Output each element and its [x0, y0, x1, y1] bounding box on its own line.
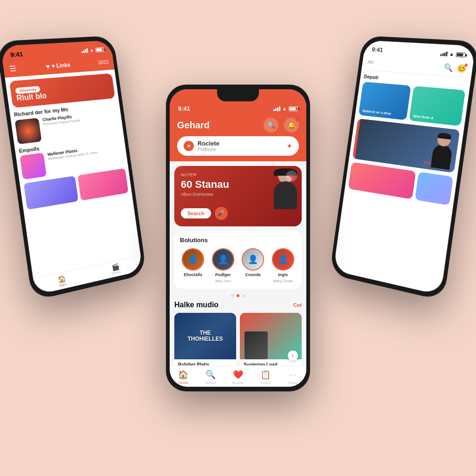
right-card-blue[interactable]: Nablirst ae a dirar	[358, 82, 411, 120]
artist-sub-4: Altliry Goats	[273, 279, 293, 283]
artist-name-4: Ingis	[278, 272, 288, 277]
right-card-teal[interactable]: Weli Roth A	[409, 86, 466, 126]
center-wifi-icon: ▲	[282, 106, 287, 111]
nav-sotnpe[interactable]: 🔍 Sotnpe	[197, 370, 225, 385]
search-button[interactable]: Search	[181, 208, 211, 218]
nav-home-label: Home	[178, 381, 188, 385]
center-header-title: Gehard	[177, 120, 210, 131]
album-name-1: Robiber Platis	[178, 362, 232, 365]
solutions-title: Bolutions	[180, 237, 296, 244]
cut-link[interactable]: Cut	[293, 302, 302, 308]
dot-1[interactable]	[231, 294, 234, 297]
left-wifi-icon: ▲	[89, 47, 94, 53]
right-phone: 9:41 ▲ Afir 🔍 😊	[330, 36, 476, 301]
right-search-icon[interactable]: 🔍	[443, 63, 454, 73]
left-phone-screen: 9:41 ▲ ☰ ♥ ♥	[0, 40, 143, 296]
nav-home[interactable]: 🏠 Home	[170, 370, 197, 385]
left-nav-movies[interactable]: 🎬 Movies	[110, 262, 121, 275]
center-search-icon-btn[interactable]: 🔍	[264, 118, 278, 132]
album-card-1[interactable]: THETHOHIELLES Robiber Platis Hoolf Tcuh …	[174, 313, 236, 365]
right-body: Depolr Nablirst ae a dirar Weli Roth A F…	[333, 70, 471, 295]
center-signal	[273, 106, 280, 111]
center-body: Noter 60 Stanau Albun DryHoniets Search	[170, 161, 306, 365]
artist-item-4[interactable]: 👤 Ingis Altliry Goats	[270, 248, 297, 283]
avatar-img-3: 👤	[243, 249, 263, 270]
nav-tnore[interactable]: ⋯ Tnore	[279, 370, 306, 385]
right-wifi-icon: ▲	[449, 51, 455, 57]
album-title-overlay-1: THETHOHIELLES	[187, 330, 223, 342]
left-status-icons: ▲	[81, 47, 104, 53]
artist-avatar-4: 👤	[272, 248, 294, 271]
center-bottom-nav: 🏠 Home 🔍 Sotnpe ❤️ Movnle 📋 Sonby ⋯	[170, 365, 306, 387]
album-info-1: Robiber Platis Hoolf Tcuh Gmaire Loiltin…	[174, 359, 236, 365]
nav-sonby[interactable]: 📋 Sonby	[251, 370, 279, 385]
bookmark-icon-btn[interactable]: 🔖	[286, 171, 297, 182]
center-phone-screen: 9:41 ▲ Gehard	[170, 89, 306, 387]
center-header: Gehard 🔍 🔔 ✕ Roclete Pot	[170, 114, 306, 161]
right-header-label: Afir	[367, 60, 440, 70]
center-phone-notch	[217, 89, 259, 101]
solutions-card: Bolutions 👤 Ehoctalls 👤	[174, 231, 302, 289]
artist-item-1[interactable]: 👤 Ehoctalls	[180, 248, 206, 283]
bookmark-icon: 🔖	[289, 174, 294, 179]
nav-movnle[interactable]: ❤️ Movnle	[225, 370, 252, 385]
right-person-hair	[437, 132, 451, 140]
left-nav-home[interactable]: 🏠 Main	[58, 274, 67, 287]
nav-sonby-label: Sonby	[260, 381, 271, 385]
mic-button[interactable]: 🎤	[215, 207, 228, 220]
avatar-img-4: 👤	[273, 249, 293, 270]
right-person-body	[430, 144, 453, 170]
nav-sotnpe-label: Sotnpe	[205, 381, 217, 385]
search-bar-title: Roclete	[198, 140, 283, 147]
right-cards-row: Nablirst ae a dirar Weli Roth A	[358, 82, 465, 126]
left-date: 10/23	[98, 60, 109, 65]
center-search-bar[interactable]: ✕ Roclete Potthons ✦	[177, 136, 299, 156]
center-status-icons: ▲	[273, 106, 298, 111]
center-notification-btn[interactable]: 🔔	[284, 118, 299, 132]
left-time: 9:41	[10, 51, 23, 59]
left-signal	[81, 48, 88, 53]
search-bar-subtitle: Potthons	[198, 147, 283, 152]
right-card-blue-label: Nablirst ae a dirar	[362, 109, 391, 116]
center-time: 9:41	[178, 105, 190, 112]
artist-name-1: Ehoctalls	[184, 272, 202, 277]
make-music-section: Halke mudio Cut THETHOHIELLES Robiber Pl…	[170, 301, 306, 365]
center-phone: 9:41 ▲ Gehard	[166, 85, 310, 391]
artist-item-3[interactable]: 👤 Counde	[240, 248, 266, 283]
right-card-teal-label: Weli Roth A	[413, 114, 434, 120]
clear-search-button[interactable]: ✕	[184, 141, 194, 151]
bell-icon: 🔔	[288, 121, 296, 129]
album-next-button[interactable]: ›	[288, 350, 298, 361]
albums-row: THETHOHIELLES Robiber Platis Hoolf Tcuh …	[174, 313, 302, 365]
dot-3[interactable]	[242, 294, 245, 297]
right-avatar-container: 😊	[456, 64, 467, 73]
dot-2[interactable]	[237, 294, 239, 297]
left-body: Stluonsly Rlult blo Richard der for my M…	[5, 69, 140, 278]
artist-item-2[interactable]: 👤 Pudlger Alby Vorn	[210, 248, 237, 283]
left-logo: ♥ ♥ Linke	[46, 61, 71, 70]
make-music-title: Halke mudio	[174, 301, 218, 309]
notification-badge	[464, 63, 468, 67]
artist-sub-2: Alby Vorn	[215, 279, 231, 283]
right-phone-screen: 9:41 ▲ Afir 🔍 😊	[333, 40, 476, 296]
right-time: 9:41	[371, 46, 383, 53]
search-bar-text: Roclete Potthons	[198, 140, 283, 152]
search-icon: 🔍	[267, 121, 275, 129]
artist-avatar-3: 👤	[242, 248, 264, 271]
artist-avatar-2: 👤	[212, 248, 234, 271]
album-card-2[interactable]: Suolering Load Med Lechon Plgin ›	[240, 313, 302, 365]
mic-icon: 🎤	[218, 210, 225, 217]
right-status-icons: ▲	[440, 51, 466, 57]
nav-sonby-icon: 📋	[260, 370, 271, 380]
album-name-2: Suolering Load	[244, 362, 298, 365]
nav-tnore-icon: ⋯	[289, 370, 297, 380]
left-hero-card: Stluonsly Rlult blo	[9, 73, 115, 108]
right-block-purple[interactable]	[415, 172, 453, 205]
carousel-dots	[170, 294, 306, 297]
sparkle-icon: ✦	[286, 142, 292, 151]
right-signal	[440, 51, 448, 56]
center-header-icons: 🔍 🔔	[264, 118, 299, 132]
nav-movnle-label: Movnle	[232, 381, 244, 385]
hamburger-icon[interactable]: ☰	[9, 64, 17, 73]
right-block-pink[interactable]	[348, 162, 416, 199]
